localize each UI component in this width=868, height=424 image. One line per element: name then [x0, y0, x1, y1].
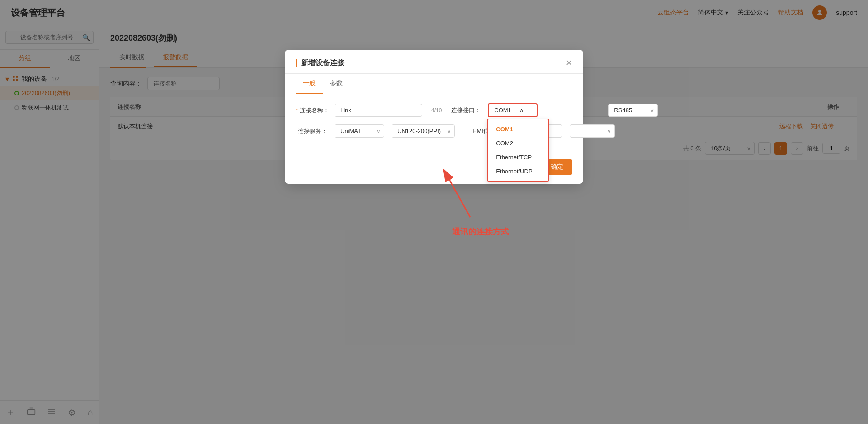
dialog-tab-general[interactable]: 一般 — [296, 74, 323, 94]
port-option-ethernet-tcp[interactable]: Ethernet/TCP — [489, 150, 547, 164]
hmi-select-wrap — [570, 124, 615, 138]
title-accent-bar — [296, 59, 297, 67]
service2-select[interactable]: UN120-200(PPI) — [392, 124, 455, 138]
service-label: 连接服务： — [296, 127, 327, 135]
rs485-select[interactable]: RS485 RS232 — [608, 104, 658, 117]
connection-name-label: 连接名称： — [296, 106, 327, 114]
hmi-select[interactable] — [570, 124, 615, 138]
dialog-title: 新增设备连接 — [301, 58, 344, 68]
port-select-button[interactable]: COM1 ∧ — [488, 103, 538, 117]
port-label: 连接接口： — [449, 106, 481, 114]
close-icon[interactable]: ✕ — [566, 58, 572, 68]
dialog-body: 连接名称： 4/10 连接接口： COM1 ∧ COM1 COM2 — [285, 94, 583, 154]
dialog-tab-params[interactable]: 参数 — [323, 74, 350, 94]
rs485-select-wrap: RS485 RS232 — [608, 104, 658, 117]
modal-overlay[interactable]: 新增设备连接 ✕ 一般 参数 连接名称： 4/10 连接接口： COM1 ∧ — [0, 0, 868, 424]
port-dropdown-wrap: COM1 ∧ COM1 COM2 Ethernet/TCP Ethernet/U… — [488, 103, 538, 117]
service-select[interactable]: UniMAT — [335, 124, 384, 138]
dialog-header: 新增设备连接 ✕ — [285, 50, 583, 74]
dialog-tabs: 一般 参数 — [285, 74, 583, 94]
port-selected-value: COM1 — [494, 107, 511, 114]
port-option-com1[interactable]: COM1 — [489, 122, 547, 136]
connection-name-input[interactable] — [335, 104, 422, 117]
chevron-up-icon: ∧ — [519, 107, 524, 114]
annotation-text: 通讯的连接方式 — [452, 226, 509, 237]
service2-select-wrap: UN120-200(PPI) — [392, 124, 455, 138]
port-dropdown-highlight-box: COM1 COM2 Ethernet/TCP Ethernet/UDP — [487, 119, 549, 182]
svg-line-10 — [448, 176, 470, 217]
dialog-title-bar: 新增设备连接 — [296, 58, 344, 68]
port-dropdown-menu: COM1 COM2 Ethernet/TCP Ethernet/UDP — [489, 120, 547, 180]
form-row-name-port: 连接名称： 4/10 连接接口： COM1 ∧ COM1 COM2 — [296, 103, 572, 117]
port-option-ethernet-udp[interactable]: Ethernet/UDP — [489, 164, 547, 178]
port-option-com2[interactable]: COM2 — [489, 136, 547, 150]
name-char-count: 4/10 — [431, 107, 442, 114]
service-select-wrap: UniMAT — [335, 124, 384, 138]
annotation-arrow-svg — [434, 167, 488, 222]
add-connection-dialog: 新增设备连接 ✕ 一般 参数 连接名称： 4/10 连接接口： COM1 ∧ — [285, 50, 583, 184]
